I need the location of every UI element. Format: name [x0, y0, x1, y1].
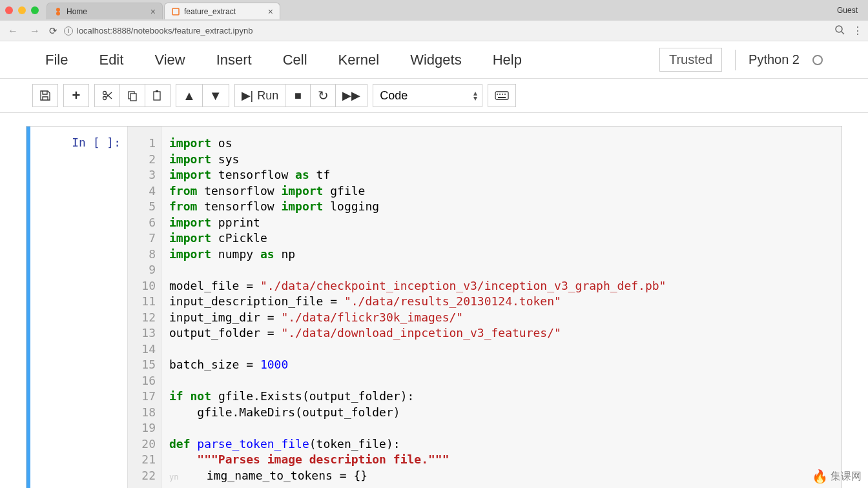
back-button[interactable]: ←: [5, 25, 21, 37]
code-cell[interactable]: In [ ]: 12345678910111213141516171819202…: [26, 126, 842, 488]
browser-menu-icon[interactable]: ⋮: [852, 25, 863, 37]
menu-help[interactable]: Help: [493, 52, 522, 68]
svg-line-4: [842, 32, 844, 34]
paste-button[interactable]: [145, 84, 170, 107]
svg-point-0: [56, 8, 60, 12]
command-palette-button[interactable]: [488, 84, 516, 107]
url-field[interactable]: i localhost:8888/notebooks/feature_extra…: [64, 26, 828, 36]
menu-insert[interactable]: Insert: [216, 52, 252, 68]
svg-point-6: [103, 97, 107, 100]
menu-widgets[interactable]: Widgets: [410, 52, 461, 68]
svg-point-16: [499, 94, 501, 95]
svg-rect-10: [130, 94, 136, 101]
svg-rect-2: [172, 8, 179, 15]
code-content[interactable]: import osimport sysimport tensorflow as …: [161, 127, 842, 488]
copy-icon: [127, 90, 138, 101]
reload-button[interactable]: ⟳: [49, 25, 57, 37]
url-text: localhost:8888/notebooks/feature_extract…: [77, 26, 253, 36]
svg-rect-14: [498, 97, 506, 98]
move-up-button[interactable]: ▲: [176, 84, 203, 107]
menu-kernel[interactable]: Kernel: [338, 52, 380, 68]
restart-button[interactable]: ↻: [310, 84, 336, 107]
watermark-text: 集课网: [831, 470, 862, 483]
notebook-toolbar: + ▲ ▼ ▶| Run ■ ↻ ▶▶ Code ▴▾: [0, 79, 868, 113]
browser-tabs: Home × feature_extract ×: [46, 1, 837, 19]
window-controls: [5, 6, 39, 14]
run-icon: ▶|: [242, 88, 254, 103]
kernel-name[interactable]: Python 2: [749, 52, 800, 67]
input-prompt: In [ ]:: [30, 127, 127, 488]
watermark: 🔥 集课网: [812, 469, 862, 484]
celltype-value: Code: [380, 89, 408, 103]
browser-tab-notebook[interactable]: feature_extract ×: [164, 3, 280, 19]
close-window-button[interactable]: [5, 6, 13, 14]
add-cell-button[interactable]: +: [63, 84, 89, 107]
line-number-gutter: 12345678910111213141516171819202122: [128, 127, 161, 488]
stop-button[interactable]: ■: [285, 84, 311, 107]
kernel-status-icon: [812, 55, 823, 65]
menu-file[interactable]: File: [45, 52, 68, 68]
site-info-icon[interactable]: i: [64, 26, 73, 36]
svg-point-5: [103, 92, 107, 95]
code-editor[interactable]: 12345678910111213141516171819202122 impo…: [127, 127, 842, 488]
maximize-window-button[interactable]: [31, 6, 39, 14]
browser-tab-strip: Home × feature_extract × Guest: [0, 0, 868, 21]
close-tab-icon[interactable]: ×: [268, 6, 273, 17]
svg-rect-13: [495, 92, 508, 99]
restart-icon: ↻: [318, 88, 329, 103]
celltype-select[interactable]: Code ▴▾: [373, 84, 482, 107]
menu-edit[interactable]: Edit: [99, 52, 123, 68]
svg-point-1: [56, 12, 60, 15]
browser-address-bar: ← → ⟳ i localhost:8888/notebooks/feature…: [0, 21, 868, 41]
guest-label[interactable]: Guest: [837, 6, 863, 15]
minimize-window-button[interactable]: [18, 6, 26, 14]
menu-cell[interactable]: Cell: [283, 52, 307, 68]
tab-title: feature_extract: [184, 7, 236, 16]
flame-icon: 🔥: [812, 469, 828, 484]
save-icon: [39, 90, 51, 101]
plus-icon: +: [72, 87, 81, 104]
save-button[interactable]: [32, 84, 58, 107]
restart-run-all-button[interactable]: ▶▶: [335, 84, 367, 107]
paste-icon: [152, 90, 163, 101]
notebook-container: In [ ]: 12345678910111213141516171819202…: [0, 113, 868, 488]
svg-point-17: [502, 94, 503, 95]
forward-button[interactable]: →: [27, 25, 43, 37]
jupyter-icon: [54, 7, 63, 16]
stop-icon: ■: [294, 89, 302, 103]
svg-point-3: [836, 26, 842, 32]
keyboard-icon: [495, 91, 509, 100]
fast-forward-icon: ▶▶: [342, 88, 360, 103]
arrow-down-icon: ▼: [209, 88, 222, 103]
zoom-icon[interactable]: [834, 25, 845, 37]
cut-button[interactable]: [94, 84, 120, 107]
trusted-indicator[interactable]: Trusted: [659, 48, 722, 72]
browser-tab-home[interactable]: Home ×: [46, 3, 163, 19]
notebook-icon: [171, 7, 180, 16]
run-button[interactable]: ▶| Run: [234, 84, 286, 107]
arrow-up-icon: ▲: [183, 88, 196, 103]
notebook-menubar: File Edit View Insert Cell Kernel Widget…: [0, 41, 868, 79]
move-down-button[interactable]: ▼: [202, 84, 229, 107]
svg-rect-12: [156, 90, 158, 92]
copy-button[interactable]: [119, 84, 145, 107]
separator: [735, 50, 736, 70]
run-label: Run: [257, 89, 278, 103]
menu-view[interactable]: View: [154, 52, 185, 68]
menu-items: File Edit View Insert Cell Kernel Widget…: [45, 52, 522, 68]
svg-rect-11: [154, 92, 160, 100]
svg-point-18: [504, 94, 506, 95]
scissors-icon: [101, 90, 113, 101]
close-tab-icon[interactable]: ×: [150, 6, 156, 17]
tab-title: Home: [67, 7, 87, 16]
svg-point-15: [497, 94, 498, 95]
